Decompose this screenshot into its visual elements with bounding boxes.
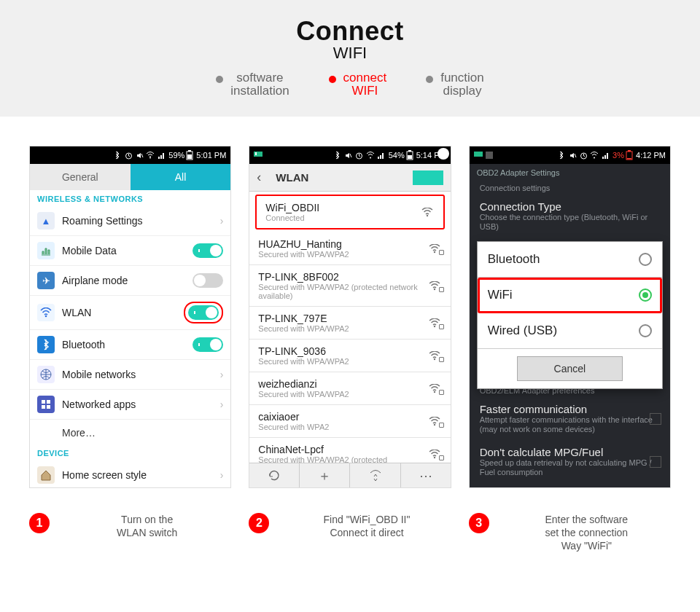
caption-1: 1 Turn on theWLAN switch bbox=[29, 513, 231, 552]
chart-icon bbox=[37, 242, 55, 259]
row-networked-apps[interactable]: Networked apps › bbox=[30, 390, 230, 420]
svg-rect-28 bbox=[486, 152, 493, 159]
battery-icon: 54% bbox=[389, 150, 413, 160]
network-row[interactable]: HUAZHU_HantingSecured with WPA/WPA2 bbox=[249, 232, 450, 265]
mobile-data-switch[interactable] bbox=[192, 243, 223, 258]
wlan-switch[interactable] bbox=[188, 305, 219, 320]
checkbox[interactable] bbox=[650, 413, 661, 425]
row-home-style[interactable]: Home screen style › bbox=[30, 460, 230, 488]
wifi-signal-icon bbox=[429, 384, 442, 393]
wifi-icon bbox=[366, 151, 375, 160]
wifi-signal-icon bbox=[429, 281, 442, 291]
bt-icon bbox=[333, 151, 342, 160]
wifi-signal-icon bbox=[429, 318, 442, 328]
option-usb[interactable]: Wired (USB) bbox=[478, 313, 662, 349]
row-roaming[interactable]: ▲ Roaming Settings › bbox=[30, 206, 230, 236]
svg-line-13 bbox=[350, 154, 351, 157]
row-more[interactable]: More… bbox=[30, 420, 230, 444]
checkbox[interactable] bbox=[650, 456, 661, 468]
svg-point-21 bbox=[433, 288, 435, 289]
network-row[interactable]: TP-LINK_8BF002Secured with WPA/WPA2 (pro… bbox=[249, 265, 450, 307]
banner-title: Connect bbox=[0, 16, 700, 47]
more-button[interactable]: ⋯ bbox=[401, 463, 451, 487]
captions: 1 Turn on theWLAN switch 2 Find "WiFi_OB… bbox=[0, 497, 700, 568]
svg-point-22 bbox=[433, 325, 435, 326]
tab-general[interactable]: General bbox=[30, 164, 131, 190]
network-row[interactable]: TP-LINK_797ESecured with WPA/WPA2 bbox=[249, 307, 450, 340]
network-sub: Connected bbox=[265, 213, 421, 222]
option-bluetooth[interactable]: Bluetooth bbox=[478, 242, 662, 278]
network-name: WiFi_OBDII bbox=[265, 202, 421, 213]
row-airplane[interactable]: ✈ Airplane mode bbox=[30, 266, 230, 296]
status-bar: 59% 5:01 PM bbox=[30, 146, 230, 164]
svg-line-29 bbox=[575, 154, 576, 157]
svg-rect-27 bbox=[474, 152, 483, 157]
svg-point-31 bbox=[594, 157, 595, 159]
bt-icon bbox=[557, 151, 566, 160]
obd-icon bbox=[474, 151, 483, 160]
network-row[interactable]: TP-LINK_9036Secured with WPA/WPA2 bbox=[249, 340, 450, 372]
network-row[interactable]: WiFi_OBDIIConnected bbox=[255, 195, 444, 230]
svg-point-23 bbox=[433, 358, 435, 359]
dot-icon bbox=[329, 76, 336, 83]
network-sub: Secured with WPA/WPA2 (protected network… bbox=[258, 283, 428, 300]
svg-rect-18 bbox=[408, 155, 412, 159]
svg-rect-8 bbox=[42, 400, 45, 404]
row-bluetooth[interactable]: Bluetooth bbox=[30, 330, 230, 360]
direct-button[interactable] bbox=[350, 463, 400, 487]
wifi-icon bbox=[37, 304, 55, 321]
mute-icon bbox=[135, 151, 144, 160]
mute-icon bbox=[568, 151, 577, 160]
svg-rect-5 bbox=[187, 154, 192, 159]
wifi-icon bbox=[590, 151, 599, 160]
section-device: DEVICE bbox=[30, 444, 230, 460]
network-sub: Secured with WPA/WPA2 bbox=[258, 390, 428, 399]
wlan-bottom-bar: ＋ ⋯ bbox=[249, 463, 450, 487]
svg-point-2 bbox=[149, 157, 151, 159]
svg-rect-34 bbox=[627, 158, 631, 160]
stepper-software[interactable]: software installation bbox=[216, 71, 289, 98]
option-wifi[interactable]: WiFi bbox=[478, 278, 662, 313]
network-name: TP-LINK_9036 bbox=[258, 345, 428, 357]
row-mobile-networks[interactable]: Mobile networks › bbox=[30, 360, 230, 390]
add-button[interactable]: ＋ bbox=[300, 463, 350, 487]
svg-rect-11 bbox=[47, 405, 50, 409]
caption-2: 2 Find "WiFi_OBD II"Connect it direct bbox=[249, 513, 451, 552]
back-button[interactable]: ‹ bbox=[257, 170, 271, 185]
clock: 4:12 PM bbox=[636, 151, 666, 160]
network-name: caixiaoer bbox=[258, 411, 428, 423]
signal-icon bbox=[377, 151, 386, 160]
network-sub: Secured with WPA/WPA2 bbox=[258, 324, 428, 333]
stepper-connect-wifi[interactable]: connect WIFI bbox=[329, 71, 387, 98]
row-mpg[interactable]: Don't calculate MPG/Fuel Speed up data r… bbox=[470, 440, 670, 483]
tab-all[interactable]: All bbox=[131, 164, 231, 190]
bluetooth-icon bbox=[37, 336, 55, 353]
airplane-switch[interactable] bbox=[192, 273, 223, 288]
alarm-icon bbox=[355, 151, 364, 160]
screen-title: OBD2 Adapter Settings bbox=[470, 164, 670, 181]
alarm-icon bbox=[124, 151, 133, 160]
row-mobile-data[interactable]: Mobile Data bbox=[30, 236, 230, 266]
bluetooth-switch[interactable] bbox=[192, 337, 223, 352]
network-sub: Secured with WPA/WPA2 bbox=[258, 250, 428, 259]
network-row[interactable]: weizhedianziSecured with WPA/WPA2 bbox=[249, 372, 450, 405]
cancel-button[interactable]: Cancel bbox=[517, 356, 623, 381]
row-wlan[interactable]: WLAN bbox=[30, 296, 230, 330]
wlan-master-switch[interactable] bbox=[413, 170, 443, 185]
dot-icon bbox=[426, 76, 433, 83]
radio-icon bbox=[639, 324, 652, 337]
network-sub: Secured with WPA/WPA2 bbox=[258, 357, 428, 366]
clock: 5:01 PM bbox=[196, 151, 226, 160]
step-badge: 3 bbox=[469, 513, 489, 533]
svg-point-19 bbox=[426, 214, 427, 216]
stepper: software installation connect WIFI funct… bbox=[0, 71, 700, 98]
row-connection-type[interactable]: Connection Type Choose the connection ty… bbox=[470, 195, 670, 238]
chevron-right-icon: › bbox=[220, 399, 224, 410]
row-faster-comm[interactable]: Faster communication Attempt faster comm… bbox=[470, 397, 670, 440]
chevron-right-icon: › bbox=[220, 469, 224, 481]
stepper-function[interactable]: function display bbox=[426, 71, 484, 98]
refresh-button[interactable] bbox=[249, 463, 300, 487]
network-row[interactable]: caixiaoerSecured with WPA2 bbox=[249, 405, 450, 438]
svg-point-25 bbox=[433, 423, 435, 425]
phone-wlan: 54% 5:14 PM ‹ WLAN WiFi_OBDIIConnectedHU… bbox=[249, 146, 451, 488]
